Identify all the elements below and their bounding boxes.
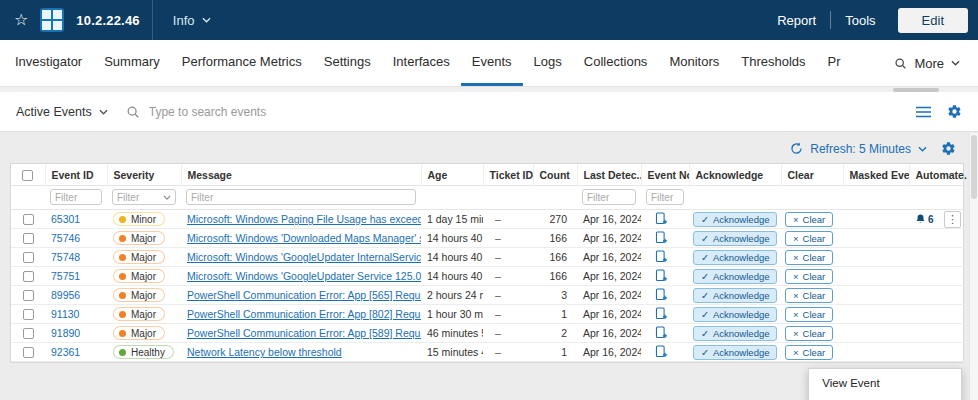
row-checkbox[interactable] [23,309,34,320]
row-menu-button[interactable]: ⋮ [944,211,961,228]
clear-button[interactable]: × Clear [785,212,833,227]
tab-interfaces[interactable]: Interfaces [382,40,461,86]
acknowledge-button[interactable]: ✓ Acknowledge [693,269,777,284]
add-event-note-icon[interactable] [647,345,668,358]
event-note-filter-input[interactable] [646,189,684,205]
event-message-link[interactable]: Microsoft: Windows 'GoogleUpdater Intern… [187,251,421,263]
event-id-link[interactable]: 91890 [51,327,80,339]
col-header-age[interactable]: Age [421,164,483,186]
event-id-filter-input[interactable] [50,189,102,205]
events-search-input[interactable] [149,105,898,119]
tab-settings[interactable]: Settings [313,40,382,86]
col-header-acknowledge[interactable]: Acknowledge [689,164,781,186]
tab-scrollbar[interactable] [0,86,978,92]
event-message-link[interactable]: PowerShell Communication Error: App [565… [187,289,421,301]
report-button[interactable]: Report [777,13,816,28]
clear-button[interactable]: × Clear [785,288,833,303]
row-checkbox[interactable] [23,328,34,339]
clear-button[interactable]: × Clear [785,250,833,265]
edit-button[interactable]: Edit [898,8,968,33]
vertical-scrollbar-thumb[interactable] [971,135,977,199]
col-header-count[interactable]: Count [533,164,577,186]
col-header-event-id[interactable]: Event ID [45,164,107,186]
event-message-link[interactable]: Network Latency below threshold [187,346,342,358]
select-all-checkbox[interactable] [22,170,33,181]
add-event-note-icon[interactable] [647,288,668,301]
tab-collections[interactable]: Collections [573,40,659,86]
severity-label: Major [131,252,156,263]
context-menu-item[interactable]: View Event [809,371,961,395]
row-checkbox[interactable] [23,347,34,358]
acknowledge-button[interactable]: ✓ Acknowledge [693,345,777,360]
vertical-scrollbar[interactable] [969,133,978,400]
clear-button[interactable]: × Clear [785,231,833,246]
acknowledge-button[interactable]: ✓ Acknowledge [693,307,777,322]
favorite-star-icon[interactable]: ☆ [14,12,28,28]
info-dropdown[interactable]: Info [173,13,212,28]
message-filter-input[interactable] [186,189,416,205]
tab-monitors[interactable]: Monitors [658,40,730,86]
view-selector-dropdown[interactable]: Active Events [16,105,108,119]
col-header-event-note[interactable]: Event Note [641,164,689,186]
refresh-control[interactable]: Refresh: 5 Minutes [790,142,927,156]
grid-settings-gear-icon[interactable] [941,141,956,156]
col-header-automate[interactable]: Automate... [909,164,967,186]
col-header-clear[interactable]: Clear [781,164,843,186]
clear-button[interactable]: × Clear [785,326,833,341]
event-id-link[interactable]: 89956 [51,289,80,301]
last-detected-filter-input[interactable] [582,189,636,205]
tab-thresholds[interactable]: Thresholds [730,40,816,86]
event-message-link[interactable]: Microsoft: Windows 'GoogleUpdater Servic… [187,270,421,282]
col-header-ticket-id[interactable]: Ticket ID [483,164,533,186]
tab-events[interactable]: Events [461,40,523,86]
row-checkbox[interactable] [23,290,34,301]
row-checkbox[interactable] [23,233,34,244]
add-event-note-icon[interactable] [647,231,668,244]
col-header-last-detected[interactable]: Last Detec... [577,164,641,186]
tab-pr[interactable]: Pr [817,40,852,86]
automation-actions-indicator[interactable]: 6 [915,213,934,225]
tab-investigator[interactable]: Investigator [4,40,93,86]
tab-performance-metrics[interactable]: Performance Metrics [171,40,313,86]
acknowledge-button[interactable]: ✓ Acknowledge [693,288,777,303]
acknowledge-button[interactable]: ✓ Acknowledge [693,231,777,246]
add-event-note-icon[interactable] [647,307,668,320]
acknowledge-button[interactable]: ✓ Acknowledge [693,326,777,341]
add-event-note-icon[interactable] [647,212,668,225]
acknowledge-button[interactable]: ✓ Acknowledge [693,212,777,227]
count-cell: 166 [533,267,577,286]
gear-icon[interactable] [947,104,962,119]
tab-scrollbar-thumb[interactable] [893,88,939,92]
clear-button[interactable]: × Clear [785,307,833,322]
event-message-link[interactable]: Microsoft: Windows Paging File Usage has… [187,213,421,225]
event-id-link[interactable]: 75746 [51,232,80,244]
add-event-note-icon[interactable] [647,269,668,282]
row-checkbox[interactable] [23,252,34,263]
event-id-link[interactable]: 91130 [51,308,79,320]
clear-button[interactable]: × Clear [785,269,833,284]
severity-filter-select[interactable]: Filter [112,189,176,205]
tab-summary[interactable]: Summary [93,40,171,86]
acknowledge-button[interactable]: ✓ Acknowledge [693,250,777,265]
event-id-link[interactable]: 92361 [51,346,80,358]
event-id-link[interactable]: 75751 [51,270,80,282]
row-checkbox[interactable] [23,271,34,282]
tab-logs[interactable]: Logs [523,40,573,86]
event-message-link[interactable]: PowerShell Communication Error: App [589… [187,327,421,339]
col-header-message[interactable]: Message [181,164,421,186]
clear-button[interactable]: × Clear [785,345,833,360]
context-menu-item[interactable]: Edit Event Note [809,395,961,400]
add-event-note-icon[interactable] [647,250,668,263]
event-id-link[interactable]: 75748 [51,251,80,263]
more-tabs-button[interactable]: More [884,40,974,86]
row-checkbox[interactable] [23,214,34,225]
list-options-icon[interactable] [916,106,931,118]
tools-button[interactable]: Tools [845,13,875,28]
col-header-masked-events[interactable]: Masked Events [843,164,909,186]
event-message-link[interactable]: Microsoft: Windows 'Downloaded Maps Mana… [187,232,421,244]
event-message-link[interactable]: PowerShell Communication Error: App [802… [187,308,421,320]
divider [830,11,831,29]
event-id-link[interactable]: 65301 [51,213,80,225]
add-event-note-icon[interactable] [647,326,668,339]
col-header-severity[interactable]: Severity [107,164,181,186]
